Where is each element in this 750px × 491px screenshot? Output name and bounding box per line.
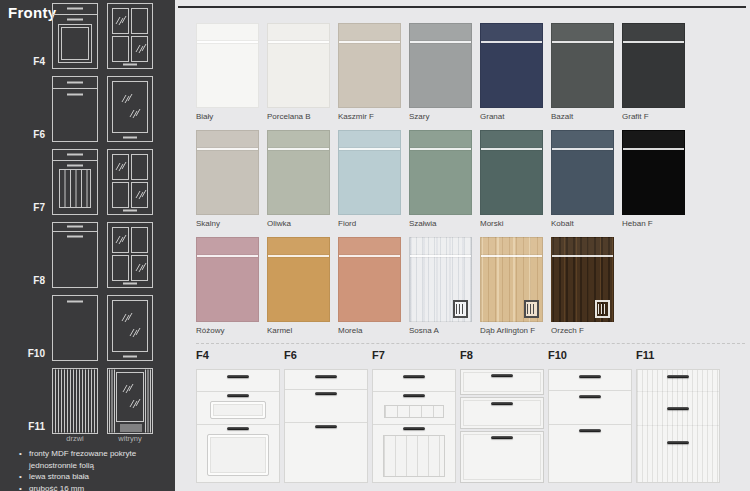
drawer-handle-icon <box>403 375 425 378</box>
drawer-section <box>373 370 455 392</box>
drawer-section <box>197 392 279 425</box>
notes-list: fronty MDF frezowane pokryte jednostronn… <box>0 448 160 491</box>
color-swatch <box>196 130 259 215</box>
drawer-stack-f7-illustration <box>372 369 456 483</box>
note-item: lewa strona biała <box>0 471 157 483</box>
front-f11-vitrine-icon <box>107 368 153 434</box>
color-swatch <box>267 23 330 108</box>
color-swatch <box>622 130 685 215</box>
color-swatch <box>267 130 330 215</box>
drawer-handle-icon <box>667 375 689 378</box>
color-swatch-cell: Biały <box>196 23 259 130</box>
drawer-section <box>373 392 455 425</box>
color-swatch-label: Morski <box>480 215 543 237</box>
drawer-handle-icon <box>403 427 425 430</box>
main-area: BiałyPorcelana BKaszmir FSzaryGranatBaza… <box>175 0 750 491</box>
drawer-stack-f4-illustration <box>196 369 280 483</box>
front-f7-vitrine-icon <box>107 149 153 215</box>
drawer-handle-icon <box>315 425 337 428</box>
palette-row-1: BiałyPorcelana BKaszmir FSzaryGranatBaza… <box>196 23 693 130</box>
top-divider <box>178 6 746 8</box>
front-f10-vitrine-icon <box>107 295 153 361</box>
front-f4-vitrine-icon <box>107 3 153 69</box>
color-swatch-label: Fiord <box>338 215 401 237</box>
vertical-grain-icon <box>595 300 610 318</box>
color-swatch-label: Morela <box>338 322 401 344</box>
drawer-section <box>197 425 279 482</box>
color-swatch-label: Oliwka <box>267 215 330 237</box>
color-palette: BiałyPorcelana BKaszmir FSzaryGranatBaza… <box>196 23 693 344</box>
color-swatch-label: Skalny <box>196 215 259 237</box>
drawer-handle-icon <box>667 407 689 410</box>
front-f10-door-icon <box>52 295 98 361</box>
color-swatch <box>409 130 472 215</box>
sidebar-front-row-f4: F4 <box>0 3 175 69</box>
front-style-card-f10: F10 <box>548 349 632 483</box>
color-swatch-label: Szary <box>409 108 472 130</box>
drawer-handle-icon <box>227 394 249 397</box>
color-swatch-cell: Granat <box>480 23 543 130</box>
front-style-label: F4 <box>196 349 280 369</box>
drawer-panel <box>207 434 269 476</box>
color-swatch-cell: Morela <box>338 237 401 344</box>
color-swatch-label: Kaszmir F <box>338 108 401 130</box>
front-f4-door-icon <box>52 3 98 69</box>
drawer-handle-icon <box>491 402 513 405</box>
vitrines-column-label: witryny <box>107 434 153 443</box>
drawer-panel <box>383 435 445 477</box>
drawer-handle-icon <box>491 374 513 377</box>
sidebar-front-row-f8: F8 <box>0 222 175 288</box>
color-swatch-label: Kobalt <box>551 215 614 237</box>
front-style-label: F8 <box>460 349 544 369</box>
color-swatch-cell: Bazalt <box>551 23 614 130</box>
drawer-stack-f8-illustration <box>460 369 544 483</box>
palette-row-3: RóżowyKarmelMorelaSosna ADąb Arlington F… <box>196 237 693 344</box>
sidebar-front-row-f10: F10 <box>0 295 175 361</box>
drawer-section <box>373 425 455 482</box>
drawer-section <box>460 397 544 429</box>
color-swatch <box>480 237 543 322</box>
vertical-grain-icon <box>524 300 539 318</box>
drawer-handle-icon <box>579 395 601 398</box>
drawer-panel <box>210 401 266 419</box>
front-style-label: F10 <box>548 349 632 369</box>
color-swatch-cell: Skalny <box>196 130 259 237</box>
color-swatch <box>622 23 685 108</box>
sidebar-front-row-f6: F6 <box>0 76 175 142</box>
color-swatch-label: Dąb Arlington F <box>480 322 543 344</box>
color-swatch-label: Grafit F <box>622 108 685 130</box>
front-style-label: F11 <box>636 349 720 369</box>
color-swatch <box>196 237 259 322</box>
palette-row-2: SkalnyOliwkaFiordSzałwiaMorskiKobaltHeba… <box>196 130 693 237</box>
front-f8-door-icon <box>52 222 98 288</box>
front-label-f10: F10 <box>0 348 48 361</box>
front-f6-door-icon <box>52 76 98 142</box>
color-swatch-label: Karmel <box>267 322 330 344</box>
drawer-section <box>460 431 544 483</box>
color-swatch <box>480 130 543 215</box>
front-style-label: F6 <box>284 349 368 369</box>
catalog-page: Fronty F4F6F7F8F10F11 drzwi witryny fron… <box>0 0 750 491</box>
color-swatch-label: Różowy <box>196 322 259 344</box>
color-swatch <box>409 23 472 108</box>
drawer-divider <box>637 391 719 392</box>
drawer-handle-icon <box>227 427 249 430</box>
sidebar-front-row-f11: F11 <box>0 368 175 434</box>
front-f6-vitrine-icon <box>107 76 153 142</box>
drawer-handle-icon <box>403 394 425 397</box>
color-swatch-cell: Kobalt <box>551 130 614 237</box>
color-swatch <box>409 237 472 322</box>
doors-column-label: drzwi <box>52 434 98 443</box>
drawer-handle-icon <box>491 436 513 439</box>
color-swatch-cell: Różowy <box>196 237 259 344</box>
vertical-grain-icon <box>453 300 468 318</box>
drawer-section <box>549 391 631 425</box>
color-swatch-cell: Oliwka <box>267 130 330 237</box>
front-style-card-f11: F11 <box>636 349 720 483</box>
color-swatch-label: Biały <box>196 108 259 130</box>
color-swatch-cell: Porcelana B <box>267 23 330 130</box>
front-styles-row: F4F6F7F8F10F11 <box>196 349 724 483</box>
color-swatch <box>338 23 401 108</box>
color-swatch-label: Orzech F <box>551 322 614 344</box>
front-f8-vitrine-icon <box>107 222 153 288</box>
